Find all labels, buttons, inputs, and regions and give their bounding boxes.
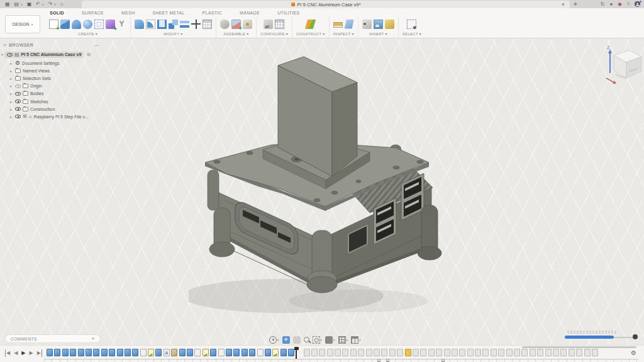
timeline-feature-icon-suppressed[interactable]: [521, 349, 528, 356]
notifications-icon[interactable]: ◆: [618, 1, 621, 7]
tab-plastic[interactable]: PLASTIC: [201, 9, 224, 16]
timeline-feature-icon-suppressed[interactable]: [420, 349, 426, 356]
derive-joint-icon[interactable]: [117, 20, 126, 29]
viewports-icon[interactable]: ▾: [351, 336, 361, 344]
chevron-right-icon[interactable]: ▸: [10, 69, 13, 73]
timeline-feature-icon-suppressed[interactable]: [545, 349, 552, 356]
zoom-icon[interactable]: [304, 337, 309, 342]
timeline-feature-icon[interactable]: [86, 349, 92, 356]
orbit-icon[interactable]: ▾: [269, 336, 279, 344]
configuration-table-icon[interactable]: [275, 20, 284, 29]
press-pull-icon[interactable]: [135, 20, 144, 29]
timeline-feature-icon-suppressed[interactable]: [413, 349, 419, 356]
timeline-feature-icon-suppressed[interactable]: [311, 349, 318, 356]
timeline-feature-icon[interactable]: [242, 349, 248, 356]
new-tab-button[interactable]: +: [574, 0, 577, 8]
browser-root-row[interactable]: ▾ ▤ PI 5 CNC Aluminium Case v9 ⊙: [1, 50, 135, 59]
revolve-icon[interactable]: [83, 20, 92, 29]
measure-icon[interactable]: [333, 22, 343, 28]
timeline-feature-icon[interactable]: [272, 349, 279, 356]
timeline-feature-icon-suppressed[interactable]: [381, 349, 387, 356]
activate-component-radio[interactable]: ⊙: [86, 52, 91, 57]
group-label-assemble[interactable]: ASSEMBLE ▾: [223, 31, 248, 36]
timeline-feature-icon[interactable]: [101, 349, 108, 356]
step-back-button[interactable]: ◀: [14, 349, 18, 357]
timeline-feature-icon[interactable]: [155, 349, 162, 356]
timeline-feature-icon-suppressed[interactable]: [560, 349, 567, 356]
skip-to-start-button[interactable]: ◀: [5, 349, 10, 357]
home-icon[interactable]: ⌂: [60, 0, 64, 8]
timeline-feature-icon-suppressed[interactable]: [319, 349, 325, 356]
joint-icon[interactable]: [243, 20, 252, 29]
timeline-feature-icon-suppressed[interactable]: [506, 349, 513, 356]
viewcube[interactable]: Z FRONT RIGHT: [596, 40, 644, 88]
zoom-icon[interactable]: [304, 337, 309, 342]
comments-bar[interactable]: COMMENTS +: [5, 334, 101, 343]
grid-snaps-icon[interactable]: ▾: [338, 336, 348, 344]
timeline-feature-icon[interactable]: [140, 349, 147, 356]
configure-icon[interactable]: [264, 20, 273, 29]
combine-icon[interactable]: [169, 20, 178, 29]
select-tool-icon[interactable]: [407, 20, 416, 29]
group-label-modify[interactable]: MODIFY ▾: [164, 31, 182, 36]
grab-icon[interactable]: [293, 336, 301, 344]
save-icon[interactable]: ▣: [27, 0, 32, 8]
timeline-feature-icon-suppressed[interactable]: [327, 349, 333, 356]
chevron-right-icon[interactable]: ▸: [10, 107, 13, 111]
chevron-right-icon[interactable]: ▸: [10, 91, 13, 96]
canvas-image-icon[interactable]: [374, 20, 383, 29]
tab-utilities[interactable]: UTILITIES: [275, 9, 301, 16]
document-tab[interactable]: PI 5 CNC Aluminium Case v9* ×: [82, 1, 570, 8]
timeline-feature-icon-suppressed[interactable]: [444, 349, 450, 356]
tab-sheet-metal[interactable]: SHEET METAL: [151, 9, 187, 16]
chevron-right-icon[interactable]: ▸: [10, 99, 13, 104]
timeline-feature-icon[interactable]: [164, 349, 170, 356]
move-copy-icon[interactable]: [191, 20, 201, 29]
sidebar-item-construction[interactable]: ▸Construction: [1, 105, 135, 113]
fillet-icon[interactable]: [146, 20, 155, 29]
grab-icon[interactable]: [293, 336, 301, 344]
timeline-feature-icon-suppressed[interactable]: [569, 349, 575, 356]
viewport-canvas[interactable]: Z FRONT RIGHT « BROWSER — ▾ ▤ PI 5 CNC A…: [0, 39, 644, 345]
timeline-feature-icon-suppressed[interactable]: [374, 349, 380, 356]
timeline-feature-icon[interactable]: [280, 349, 287, 356]
profile-avatar[interactable]: [635, 1, 640, 7]
undo-icon[interactable]: ↶: [36, 0, 40, 8]
job-status-icon[interactable]: ●: [610, 1, 613, 7]
tab-manage[interactable]: MANAGE: [238, 9, 262, 16]
fit-icon[interactable]: [313, 336, 320, 344]
chevron-right-icon[interactable]: ▸: [10, 76, 13, 81]
timeline-feature-icon-suppressed[interactable]: [584, 349, 591, 356]
sidebar-item-sketches[interactable]: ▸Sketches: [1, 98, 135, 105]
timeline-feature-icon-suppressed[interactable]: [342, 349, 348, 356]
timeline-settings-gear-icon[interactable]: ⚙: [631, 349, 636, 357]
chevron-right-icon[interactable]: ▸: [10, 115, 13, 119]
chevron-right-icon[interactable]: ▸: [10, 84, 13, 88]
panel-collapse-icon[interactable]: «: [4, 43, 6, 47]
timeline-feature-icon[interactable]: [109, 349, 115, 356]
group-label-insert[interactable]: INSERT ▾: [369, 31, 387, 36]
display-settings-icon[interactable]: ▾: [325, 336, 335, 344]
timeline-feature-icon[interactable]: [62, 349, 69, 356]
pan-icon[interactable]: [282, 336, 290, 344]
timeline-feature-icon[interactable]: [233, 349, 240, 356]
group-label-configure[interactable]: CONFIGURE ▾: [260, 31, 288, 36]
timeline-feature-icon-suppressed[interactable]: [366, 349, 372, 356]
timeline-feature-icon[interactable]: [117, 349, 123, 356]
insert-derive-icon[interactable]: [362, 20, 372, 29]
eye-icon[interactable]: [15, 99, 21, 103]
sidebar-item-origin[interactable]: ▸Origin: [1, 82, 135, 90]
fit-icon[interactable]: ▾: [313, 336, 323, 344]
timeline-feature-icon[interactable]: [171, 349, 177, 356]
timeline-group-expand-icon[interactable]: +: [377, 359, 380, 362]
group-label-inspect[interactable]: INSPECT ▾: [333, 31, 354, 36]
grid-snaps-icon[interactable]: [338, 336, 346, 344]
timeline-feature-icon-suppressed[interactable]: [459, 349, 465, 356]
timeline-group-expand-icon[interactable]: +: [441, 359, 445, 362]
sidebar-item-bodies[interactable]: ▸Bodies: [1, 90, 135, 98]
offset-face-icon[interactable]: [180, 20, 189, 29]
timeline-playhead[interactable]: [296, 347, 297, 359]
timeline-feature-icon-suppressed[interactable]: [576, 349, 582, 356]
timeline-feature-icon[interactable]: [132, 349, 138, 356]
timeline-feature-icon[interactable]: [78, 349, 84, 356]
